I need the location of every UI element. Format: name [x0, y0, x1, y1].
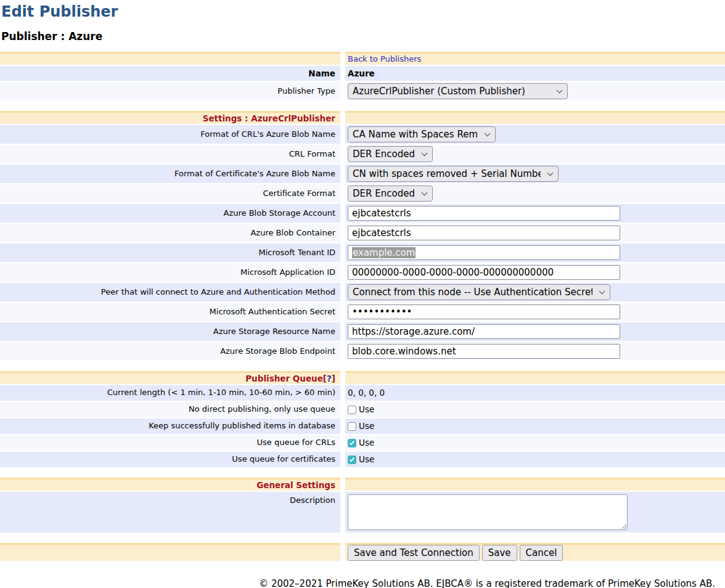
certificate-format-select[interactable]: DER Encoded — [348, 186, 433, 202]
publisher-queue-table: Publisher Queue[?] Current length (< 1 m… — [0, 371, 725, 467]
page-title: Edit Publisher — [1, 3, 725, 20]
description-label: Description — [0, 492, 340, 533]
keep-published-items-checkbox[interactable] — [348, 422, 356, 431]
publisher-table-header-right: Back to Publishers — [345, 52, 725, 65]
cancel-button[interactable]: Cancel — [520, 545, 563, 561]
footer-text: © 2002–2021 PrimeKey Solutions AB. EJBCA… — [0, 571, 725, 588]
settings-header-right — [345, 111, 725, 124]
azure-storage-blob-endpoint-input[interactable] — [348, 344, 620, 359]
azure-storage-resource-name-label: Azure Storage Resource Name — [0, 322, 340, 341]
name-value: Azure — [345, 66, 725, 81]
page-subtitle: Publisher : Azure — [1, 30, 725, 43]
general-settings-header-right — [345, 478, 725, 491]
microsoft-tenant-id-input[interactable]: example.com — [348, 245, 620, 260]
general-settings-table: General Settings Description — [0, 478, 725, 533]
publisher-type-select[interactable]: AzureCrlPublisher (Custom Publisher) — [348, 83, 568, 99]
keep-published-items-label: Keep successfully published items in dat… — [0, 419, 340, 434]
peer-authentication-method-label: Peer that will connect to Azure and Auth… — [0, 283, 340, 301]
certificate-blob-name-format-select[interactable]: CN with spaces removed + Serial Number (… — [348, 166, 559, 182]
certificate-format-label: Certificate Format — [0, 184, 340, 203]
crl-format-label: CRL Format — [0, 145, 340, 163]
microsoft-authentication-secret-label: Microsoft Authentication Secret — [0, 303, 340, 321]
current-length-value: 0, 0, 0, 0 — [345, 385, 725, 401]
use-checkbox-label: Use — [359, 454, 374, 465]
publisher-queue-header: Publisher Queue[?] — [0, 371, 340, 384]
microsoft-authentication-secret-input[interactable] — [348, 304, 620, 319]
use-queue-for-crls-checkbox[interactable] — [348, 439, 356, 447]
use-queue-for-certificates-label: Use queue for certificates — [0, 452, 340, 467]
microsoft-application-id-input[interactable] — [348, 265, 620, 280]
save-button[interactable]: Save — [482, 545, 517, 561]
no-direct-publishing-label: No direct publishing, only use queue — [0, 402, 340, 417]
use-queue-for-certificates-checkbox[interactable] — [348, 455, 356, 464]
use-checkbox-label: Use — [359, 404, 374, 415]
general-settings-header: General Settings — [0, 478, 340, 491]
publisher-table: Back to Publishers Name Azure Publisher … — [0, 52, 725, 100]
queue-help-link[interactable]: ? — [327, 374, 332, 384]
settings-table: Settings : AzureCrlPublisher Format of C… — [0, 111, 725, 361]
description-textarea[interactable] — [348, 494, 628, 530]
publisher-type-cell: AzureCrlPublisher (Custom Publisher) — [345, 82, 725, 100]
crl-blob-name-format-label: Format of CRL's Azure Blob Name — [0, 125, 340, 144]
use-checkbox-label: Use — [359, 421, 374, 431]
actions-left — [0, 543, 340, 561]
publisher-table-header-left — [0, 52, 340, 65]
no-direct-publishing-checkbox[interactable] — [348, 406, 356, 414]
save-and-test-connection-button[interactable]: Save and Test Connection — [348, 545, 480, 561]
microsoft-application-id-label: Microsoft Application ID — [0, 263, 340, 282]
certificate-blob-name-format-label: Format of Certificate's Azure Blob Name — [0, 165, 340, 183]
crl-format-select[interactable]: DER Encoded — [348, 146, 433, 162]
use-checkbox-label: Use — [359, 438, 374, 448]
azure-storage-resource-name-input[interactable] — [348, 324, 620, 339]
selected-text: example.com — [352, 247, 416, 259]
publisher-type-label: Publisher Type — [0, 82, 340, 100]
settings-header: Settings : AzureCrlPublisher — [0, 111, 340, 124]
publisher-queue-title: Publisher Queue — [245, 374, 323, 384]
actions-table: Save and Test Connection Save Cancel — [0, 543, 725, 561]
publisher-queue-header-right — [345, 371, 725, 384]
azure-storage-blob-endpoint-label: Azure Storage Blob Endpoint — [0, 342, 340, 361]
back-to-publishers-link[interactable]: Back to Publishers — [348, 54, 421, 64]
crl-blob-name-format-select[interactable]: CA Name with Spaces Removed — [348, 126, 496, 142]
azure-blob-storage-account-input[interactable] — [348, 206, 620, 221]
microsoft-tenant-id-label: Microsoft Tenant ID — [0, 243, 340, 262]
name-label: Name — [0, 66, 340, 81]
azure-blob-container-label: Azure Blob Container — [0, 224, 340, 242]
azure-blob-storage-account-label: Azure Blob Storage Account — [0, 204, 340, 223]
azure-blob-container-input[interactable] — [348, 226, 620, 240]
use-queue-for-crls-label: Use queue for CRLs — [0, 435, 340, 451]
current-length-label: Current length (< 1 min, 1-10 min, 10-60… — [0, 385, 340, 401]
peer-authentication-method-select[interactable]: Connect from this node -- Use Authentica… — [348, 284, 610, 300]
actions-right: Save and Test Connection Save Cancel — [345, 543, 725, 561]
